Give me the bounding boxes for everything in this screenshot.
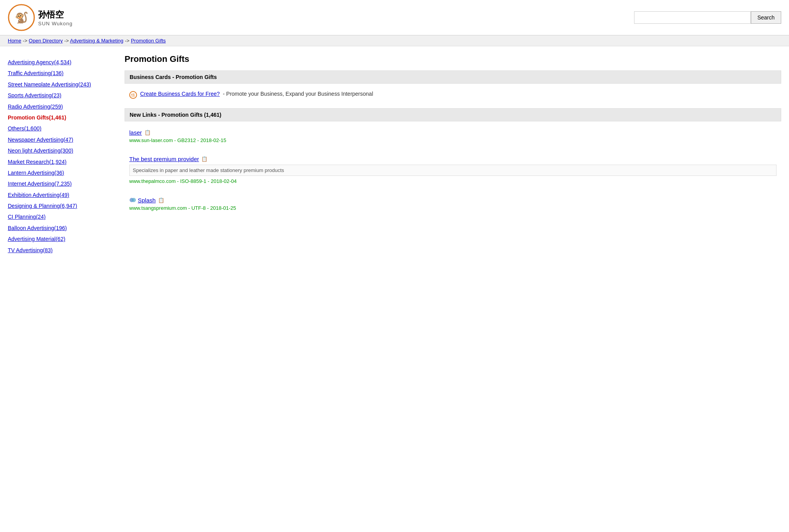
logo-english: SUN Wukong — [38, 21, 73, 26]
sidebar-item[interactable]: Sports Advertising(23) — [8, 91, 117, 100]
link-title-row: Splash 📋 — [129, 197, 777, 204]
svg-text:🐒: 🐒 — [15, 11, 28, 24]
ad-entry: 悟 Create Business Cards for Free? - Prom… — [125, 88, 781, 102]
sidebar-item[interactable]: Market Research(1,924) — [8, 158, 117, 166]
search-area: Search — [634, 11, 781, 24]
breadcrumb-open-directory[interactable]: Open Directory — [29, 38, 63, 44]
sidebar-item[interactable]: Designing & Planning(6,947) — [8, 202, 117, 210]
link-note-icon: 📋 — [201, 156, 207, 162]
link-entry: Splash 📋 www.tsangspremium.com - UTF-8 -… — [125, 193, 781, 215]
link-desc: Specializes in paper and leather made st… — [129, 165, 777, 176]
link-title[interactable]: Splash — [138, 197, 156, 204]
brand-icon: 悟 — [129, 91, 137, 99]
search-button[interactable]: Search — [751, 11, 781, 24]
link-note-icon: 📋 — [158, 197, 164, 203]
breadcrumb-bar: Home -> Open Directory -> Advertising & … — [0, 35, 789, 46]
page-title: Promotion Gifts — [125, 54, 781, 64]
sidebar-item[interactable]: CI Planning(24) — [8, 212, 117, 221]
links-container: laser 📋 www.sun-laser.com - GB2312 - 201… — [125, 125, 781, 215]
logo-chinese: 孙悟空 — [38, 9, 73, 21]
content: Promotion Gifts Business Cards - Promoti… — [125, 54, 781, 257]
header: 🐒 孙悟空 SUN Wukong Search — [0, 0, 789, 35]
ad-desc: - Promote your Business, Expand your Bus… — [223, 91, 373, 97]
sidebar-item[interactable]: Radio Advertising(259) — [8, 102, 117, 111]
logo-icon: 🐒 — [8, 4, 35, 31]
link-meta: www.thepalmco.com - ISO-8859-1 - 2018-02… — [129, 178, 777, 184]
link-entry: The best premium provider 📋 Specializes … — [125, 152, 781, 188]
ad-section-header: Business Cards - Promotion Gifts — [125, 70, 781, 84]
logo-text: 孙悟空 SUN Wukong — [38, 9, 73, 26]
sidebar-item[interactable]: Lantern Advertising(36) — [8, 169, 117, 177]
link-meta: www.sun-laser.com - GB2312 - 2018-02-15 — [129, 137, 777, 143]
svg-text:悟: 悟 — [131, 93, 135, 97]
sidebar-item[interactable]: Advertising Agency(4,534) — [8, 58, 117, 67]
breadcrumb-advertising-marketing[interactable]: Advertising & Marketing — [70, 38, 123, 44]
sidebar-item[interactable]: Traffic Advertising(136) — [8, 69, 117, 77]
link-title-row: The best premium provider 📋 — [129, 156, 777, 162]
breadcrumb-sep3: -> — [125, 38, 131, 44]
logo-area: 🐒 孙悟空 SUN Wukong — [8, 4, 73, 31]
sidebar-item[interactable]: Newspaper Advertising(47) — [8, 135, 117, 144]
breadcrumb-home[interactable]: Home — [8, 38, 21, 44]
sidebar-item[interactable]: Promotion Gifts(1,461) — [8, 113, 117, 122]
sidebar-item[interactable]: Exhibition Advertising(49) — [8, 191, 117, 199]
sidebar: Advertising Agency(4,534)Traffic Adverti… — [8, 54, 117, 257]
links-section-header: New Links - Promotion Gifts (1,461) — [125, 108, 781, 121]
ad-link[interactable]: Create Business Cards for Free? — [140, 91, 220, 97]
link-meta: www.tsangspremium.com - UTF-8 - 2018-01-… — [129, 205, 777, 211]
sidebar-item[interactable]: Advertising Material(62) — [8, 235, 117, 243]
link-title-row: laser 📋 — [129, 129, 777, 136]
link-title[interactable]: laser — [129, 129, 142, 136]
breadcrumb-sep1: -> — [23, 38, 29, 44]
svg-point-5 — [132, 198, 136, 202]
search-input[interactable] — [634, 11, 751, 24]
sidebar-item[interactable]: TV Advertising(83) — [8, 246, 117, 255]
link-title[interactable]: The best premium provider — [129, 156, 199, 162]
sidebar-item[interactable]: Internet Advertising(7,235) — [8, 179, 117, 188]
main: Advertising Agency(4,534)Traffic Adverti… — [0, 46, 789, 265]
link-note-icon: 📋 — [144, 130, 151, 135]
sidebar-item[interactable]: Balloon Advertising(196) — [8, 224, 117, 232]
breadcrumb-sep2: -> — [64, 38, 70, 44]
breadcrumb-current[interactable]: Promotion Gifts — [131, 38, 166, 44]
splash-icon — [129, 197, 136, 204]
sidebar-item[interactable]: Others(1,600) — [8, 124, 117, 133]
link-entry: laser 📋 www.sun-laser.com - GB2312 - 201… — [125, 125, 781, 147]
sidebar-item[interactable]: Neon light Advertising(300) — [8, 146, 117, 155]
sidebar-item[interactable]: Street Nameplate Advertising(243) — [8, 80, 117, 89]
links-section: New Links - Promotion Gifts (1,461) lase… — [125, 108, 781, 215]
